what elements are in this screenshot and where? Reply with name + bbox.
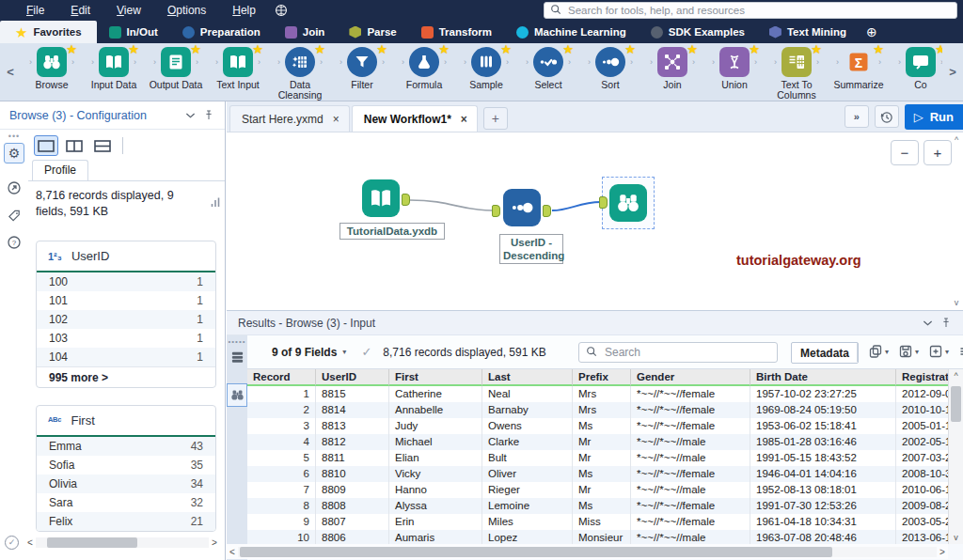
tool-union[interactable]: ★Union xyxy=(703,46,766,101)
tool-join[interactable]: ★Join xyxy=(641,46,703,101)
category-tab-favorites[interactable]: ★Favorites xyxy=(0,21,97,43)
zoom-out-button[interactable]: − xyxy=(891,140,919,165)
profile-chart-icon[interactable] xyxy=(211,194,220,211)
results-search[interactable] xyxy=(578,342,778,363)
layout-single-pane-button[interactable] xyxy=(34,135,58,156)
browse-anchor-icon[interactable] xyxy=(227,383,247,407)
value-row[interactable]: 1021 xyxy=(37,310,215,329)
category-tab-text-mining[interactable]: Text Mining xyxy=(757,21,859,43)
collapse-chevron-icon[interactable] xyxy=(181,106,199,125)
results-hscrollbar[interactable]: < > xyxy=(227,544,948,559)
column-header-last[interactable]: Last xyxy=(482,369,573,386)
output-anchor[interactable] xyxy=(543,205,551,217)
scroll-down-icon[interactable]: v xyxy=(955,298,959,307)
scrollbar-thumb[interactable] xyxy=(240,547,832,557)
category-tab-transform[interactable]: Transform xyxy=(409,21,504,43)
menu-file[interactable]: File xyxy=(13,4,57,17)
profile-card-header[interactable]: 1²₃UserID xyxy=(37,241,215,272)
menu-options[interactable]: Options xyxy=(154,4,219,17)
ribbon-scroll-left-icon[interactable]: < xyxy=(0,43,21,101)
open-new-window-button[interactable]: ▾ xyxy=(928,344,949,359)
tool-data-cleansing[interactable]: ★Data Cleansing xyxy=(269,46,331,101)
row-menu-icon[interactable] xyxy=(230,350,245,368)
pin-icon[interactable] xyxy=(199,106,218,125)
configuration-hscrollbar[interactable]: < > xyxy=(24,536,220,549)
scrollbar-track[interactable] xyxy=(36,537,209,548)
tag-icon[interactable] xyxy=(5,206,24,225)
tool-text-to-columns[interactable]: ★Text To Columns xyxy=(766,46,828,101)
column-header-registration-date[interactable]: Registration Date xyxy=(896,369,948,386)
settings-gear-icon[interactable]: ⚙ xyxy=(4,143,24,163)
layout-split-horizontal-button[interactable] xyxy=(90,135,115,156)
close-icon[interactable]: × xyxy=(333,113,339,126)
scrollbar-thumb[interactable] xyxy=(951,386,961,422)
scroll-up-icon[interactable]: ^ xyxy=(954,371,957,381)
pin-icon[interactable] xyxy=(937,314,955,333)
ribbon-scroll-right-icon[interactable]: > xyxy=(942,43,963,101)
category-tab-parse[interactable]: Parse xyxy=(337,21,408,43)
collapse-chevron-icon[interactable] xyxy=(918,314,937,333)
table-row[interactable]: 58811ElianBultMr*~~//*~~//male1991-05-15… xyxy=(247,450,948,466)
scroll-left-icon[interactable]: < xyxy=(227,547,238,557)
scroll-up-icon[interactable]: ^ xyxy=(955,135,958,145)
value-row[interactable]: Sara32 xyxy=(37,493,215,512)
scroll-right-icon[interactable]: > xyxy=(209,537,220,548)
tool-summarize[interactable]: Σ★Summarize xyxy=(828,46,890,101)
globe-icon[interactable] xyxy=(275,4,288,17)
run-options-icon[interactable] xyxy=(5,179,24,197)
column-header-birth-date[interactable]: Birth Date xyxy=(750,369,896,386)
browse-tool-node[interactable] xyxy=(609,184,647,222)
category-tab-sdk-examples[interactable]: SDK Examples xyxy=(639,21,757,43)
close-icon[interactable]: × xyxy=(461,113,467,126)
tool-browse[interactable]: ★Browse xyxy=(21,46,83,101)
scroll-down-icon[interactable]: v xyxy=(954,533,958,542)
help-icon[interactable]: ? xyxy=(5,233,24,252)
menu-help[interactable]: Help xyxy=(219,4,269,17)
fields-selector[interactable]: 9 of 9 Fields▾ xyxy=(272,346,346,359)
tool-sort[interactable]: ★Sort xyxy=(579,46,641,101)
category-tab-in-out[interactable]: In/Out xyxy=(97,21,170,43)
table-row[interactable]: 88808AlyssaLemoineMs*~~//*~~//female1991… xyxy=(247,498,948,514)
table-row[interactable]: 28814AnnabelleBarnabyMrs*~~//*~~//female… xyxy=(247,402,948,418)
more-options-button[interactable]: » xyxy=(845,105,869,128)
scrollbar-thumb[interactable] xyxy=(47,537,137,548)
value-row[interactable]: Sofia35 xyxy=(37,456,215,474)
tool-sample[interactable]: ★Sample xyxy=(455,46,517,101)
value-row[interactable]: Olivia34 xyxy=(37,474,215,493)
sort-node-label[interactable]: UserID - Descending xyxy=(499,234,563,264)
apply-check-icon[interactable]: ✓ xyxy=(361,345,371,359)
canvas-vscrollbar[interactable]: ^ v xyxy=(950,132,963,310)
input-anchor[interactable] xyxy=(599,196,608,209)
view-options-button[interactable] xyxy=(958,344,963,359)
tool-filter[interactable]: ★Filter xyxy=(331,46,393,101)
sort-tool-node[interactable] xyxy=(503,189,541,226)
more-values-link[interactable]: 995 more > xyxy=(37,366,215,387)
global-search-input[interactable] xyxy=(566,4,951,17)
column-header-prefix[interactable]: Prefix xyxy=(573,369,631,386)
output-anchor[interactable] xyxy=(402,194,410,206)
tool-input-data[interactable]: ★Input Data xyxy=(83,46,145,101)
save-button[interactable]: ▾ xyxy=(898,344,919,359)
add-category-icon[interactable]: ⊕ xyxy=(859,21,885,43)
value-row[interactable]: 1031 xyxy=(37,329,215,348)
table-row[interactable]: 38813JudyOwensMs*~~//*~~//female1953-06-… xyxy=(247,418,948,434)
scroll-left-icon[interactable]: < xyxy=(24,537,36,548)
scrollbar-track[interactable] xyxy=(238,547,937,557)
global-search[interactable] xyxy=(544,2,957,19)
value-row[interactable]: Emma43 xyxy=(37,437,215,456)
column-header-record[interactable]: Record xyxy=(247,369,316,386)
results-table[interactable]: RecordUserIDFirstLastPrefixGenderBirth D… xyxy=(247,369,948,559)
profile-card-header[interactable]: ᴬᴮᶜFirst xyxy=(37,406,215,437)
table-row[interactable]: 48812MichaelClarkeMr*~~//*~~//male1985-0… xyxy=(247,434,948,450)
menu-view[interactable]: View xyxy=(103,4,154,17)
category-tab-join[interactable]: Join xyxy=(273,21,338,43)
results-vscrollbar[interactable]: ^ v xyxy=(948,369,963,544)
table-row[interactable]: 18815CatherineNealMrs*~~//*~~//female195… xyxy=(247,386,948,402)
column-header-first[interactable]: First xyxy=(389,369,482,386)
table-row[interactable]: 78809HannoRiegerMr*~~//*~~//male1952-08-… xyxy=(247,482,948,498)
tool-co[interactable]: ★Co xyxy=(890,46,942,101)
drag-handle-icon[interactable]: ••••• xyxy=(228,337,245,346)
tool-formula[interactable]: ★Formula xyxy=(393,46,455,101)
value-row[interactable]: 1001 xyxy=(37,272,215,291)
menu-edit[interactable]: Edit xyxy=(57,4,103,17)
